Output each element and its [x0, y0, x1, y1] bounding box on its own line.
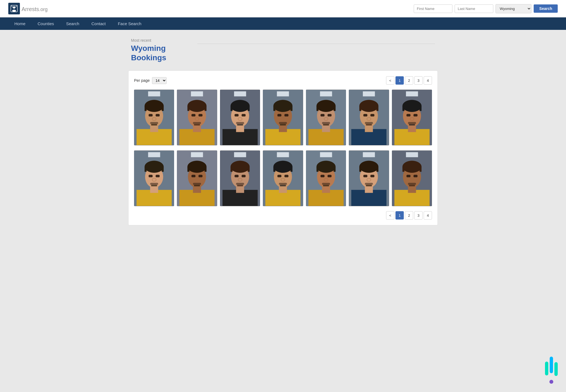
nav-item-search[interactable]: Search [60, 17, 85, 30]
mugshot-card-m12[interactable] [306, 150, 346, 206]
svg-rect-175 [406, 152, 418, 157]
svg-rect-69 [323, 124, 329, 126]
mugshot-card-m2[interactable] [177, 90, 217, 145]
svg-point-119 [195, 178, 199, 181]
svg-rect-51 [290, 106, 292, 111]
mugshot-grid-row2 [134, 150, 432, 206]
bottom-page-1-button[interactable]: 1 [395, 211, 404, 219]
logo-icon [8, 3, 20, 14]
svg-point-41 [238, 117, 242, 121]
svg-rect-121 [194, 185, 200, 186]
mugshot-card-m10[interactable] [220, 150, 260, 206]
mugshot-card-m9[interactable] [177, 150, 217, 206]
svg-rect-123 [234, 152, 246, 157]
svg-point-93 [410, 117, 414, 121]
svg-rect-136 [277, 152, 289, 157]
svg-point-179 [402, 161, 421, 173]
svg-rect-56 [280, 124, 286, 126]
page-title-line1: Wyoming [131, 44, 166, 53]
svg-rect-155 [334, 167, 336, 172]
svg-point-114 [188, 161, 207, 173]
top-pagination: < 1 2 3 4 [386, 76, 432, 85]
svg-rect-65 [320, 114, 324, 116]
page-title-area: Most recent Wyoming Bookings [131, 38, 192, 62]
page-1-button[interactable]: 1 [395, 76, 404, 85]
most-recent-label: Most recent [131, 38, 192, 43]
svg-rect-13 [149, 114, 153, 116]
svg-rect-11 [145, 106, 146, 111]
first-name-input[interactable] [414, 4, 452, 13]
per-page-select[interactable]: 7 14 21 28 [152, 77, 167, 84]
svg-rect-32 [234, 92, 246, 96]
svg-rect-134 [237, 185, 243, 186]
per-page-area: Per page 7 14 21 28 [134, 77, 167, 84]
svg-rect-16 [150, 122, 158, 124]
svg-point-171 [367, 178, 371, 181]
prev-page-button[interactable]: < [386, 76, 394, 85]
svg-rect-76 [359, 106, 361, 111]
svg-rect-105 [156, 175, 160, 177]
svg-rect-185 [408, 183, 416, 185]
svg-point-23 [188, 100, 207, 112]
svg-rect-42 [236, 122, 244, 124]
svg-point-15 [152, 117, 156, 121]
logo-brand: Arrests [22, 6, 39, 12]
svg-rect-89 [402, 106, 404, 111]
svg-rect-92 [413, 114, 418, 116]
nav-item-home[interactable]: Home [8, 17, 32, 30]
mugshot-card-m14[interactable] [392, 150, 432, 206]
svg-rect-84 [406, 92, 418, 96]
bottom-prev-page-button[interactable]: < [386, 211, 394, 219]
svg-point-184 [410, 178, 414, 181]
svg-rect-64 [334, 106, 336, 111]
mugshot-card-m4[interactable] [263, 90, 303, 145]
svg-rect-37 [230, 106, 232, 111]
mugshot-card-m5[interactable] [306, 90, 346, 145]
svg-rect-55 [279, 122, 287, 124]
state-select[interactable]: Wyoming Alabama Alaska [496, 4, 531, 13]
svg-rect-39 [235, 114, 239, 116]
svg-rect-180 [402, 167, 404, 172]
svg-point-10 [145, 100, 164, 112]
svg-point-75 [359, 100, 378, 112]
nav-item-counties[interactable]: Counties [32, 17, 60, 30]
svg-point-153 [316, 161, 336, 173]
page-4-button[interactable]: 4 [424, 76, 432, 85]
mugshot-card-m13[interactable] [349, 150, 389, 206]
svg-rect-102 [145, 167, 146, 172]
svg-rect-25 [205, 106, 206, 111]
last-name-input[interactable] [455, 4, 493, 13]
svg-point-67 [324, 117, 328, 121]
svg-rect-24 [188, 106, 190, 111]
page-3-button[interactable]: 3 [414, 76, 423, 85]
page-2-button[interactable]: 2 [405, 76, 413, 85]
mugshot-card-m3[interactable] [220, 90, 260, 145]
svg-point-88 [402, 100, 421, 112]
mugshot-card-m11[interactable] [263, 150, 303, 206]
svg-rect-17 [151, 124, 157, 126]
svg-rect-117 [192, 175, 196, 177]
svg-rect-97 [148, 152, 160, 157]
mugshot-card-m8[interactable] [134, 150, 174, 206]
svg-rect-43 [237, 124, 243, 126]
bottom-page-3-button[interactable]: 3 [414, 211, 423, 219]
svg-rect-169 [363, 175, 368, 177]
svg-rect-149 [320, 152, 332, 157]
main-content: Most recent Wyoming Bookings Per page 7 … [125, 30, 441, 231]
nav-item-contact[interactable]: Contact [85, 17, 112, 30]
mugshot-card-m7[interactable] [392, 90, 432, 145]
nav-item-face-search[interactable]: Face Search [112, 17, 147, 30]
page-title: Wyoming Bookings [131, 44, 192, 62]
mugshot-card-m6[interactable] [349, 90, 389, 145]
svg-point-62 [316, 100, 336, 112]
svg-rect-130 [235, 175, 239, 177]
svg-rect-50 [273, 106, 275, 111]
header-search-button[interactable]: Search [534, 4, 558, 13]
svg-rect-159 [322, 183, 330, 185]
svg-rect-183 [413, 175, 418, 177]
svg-rect-168 [376, 167, 378, 172]
mugshot-card-m1[interactable] [134, 90, 174, 145]
svg-rect-45 [277, 92, 289, 96]
bottom-page-2-button[interactable]: 2 [405, 211, 413, 219]
bottom-page-4-button[interactable]: 4 [424, 211, 432, 219]
